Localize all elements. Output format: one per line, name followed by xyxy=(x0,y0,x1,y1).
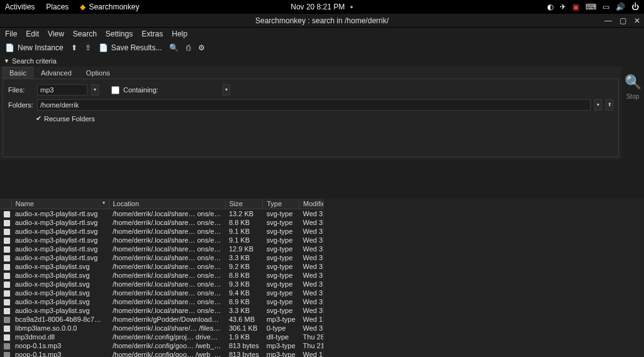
table-row[interactable]: noop-0.1s.mp3/home/derrik/.config/goo… /… xyxy=(0,350,324,357)
tab-options[interactable]: Options xyxy=(79,67,117,79)
col-type[interactable]: Type xyxy=(263,199,299,209)
cell-modified: Wed 17 Nov 2021 01 xyxy=(299,315,324,324)
folders-dropdown[interactable]: ▾ xyxy=(594,99,602,111)
power-icon[interactable]: ⏻ xyxy=(631,3,639,11)
folders-label: Folders: xyxy=(8,101,33,109)
menu-bar: File Edit View Search Settings Extras He… xyxy=(0,28,644,40)
table-row[interactable]: audio-x-mp3-playlist.svg/home/derrik/.lo… xyxy=(0,271,324,280)
cell-location: /home/derrik/.local/share… ons/elementar… xyxy=(109,209,225,219)
cell-location: /home/derrik/.config/goo… /web_accessibl… xyxy=(109,341,225,350)
cell-name: audio-x-mp3-playlist-rtl.svg xyxy=(11,209,109,219)
table-row[interactable]: audio-x-mp3-playlist.svg/home/derrik/.lo… xyxy=(0,306,324,315)
menu-settings[interactable]: Settings xyxy=(106,30,133,38)
stop-search-button[interactable]: Stop xyxy=(626,93,640,100)
gear-icon[interactable]: ⚙ xyxy=(198,43,205,52)
table-row[interactable]: audio-x-mp3-playlist-rtl.svg/home/derrik… xyxy=(0,209,324,219)
window-title: Searchmonkey : search in /home/derrik/ xyxy=(255,16,389,25)
cell-modified: Wed 31 Dec 1969 07 xyxy=(299,227,324,236)
col-modified[interactable]: Modified xyxy=(299,199,324,209)
col-location[interactable]: Location xyxy=(109,199,225,209)
col-size[interactable]: Size xyxy=(225,199,263,209)
table-row[interactable]: audio-x-mp3-playlist.svg/home/derrik/.lo… xyxy=(0,280,324,288)
cell-size: 12.9 KB xyxy=(225,244,263,253)
cell-size: 3.3 KB xyxy=(225,253,263,262)
cell-type: svg-type xyxy=(263,227,299,236)
cell-type: svg-type xyxy=(263,288,299,297)
table-row[interactable]: audio-x-mp3-playlist.svg/home/derrik/.lo… xyxy=(0,297,324,306)
table-row[interactable]: audio-x-mp3-playlist.svg/home/derrik/.lo… xyxy=(0,262,324,271)
cell-name: audio-x-mp3-playlist-rtl.svg xyxy=(11,244,109,253)
search-criteria-header[interactable]: ▼ Search criteria xyxy=(0,55,644,67)
table-row[interactable]: audio-x-mp3-playlist-rtl.svg/home/derrik… xyxy=(0,227,324,236)
cell-modified: Wed 11 Aug 2021 11 xyxy=(299,350,324,357)
table-row[interactable]: audio-x-mp3-playlist-rtl.svg/home/derrik… xyxy=(0,244,324,253)
cell-type: mp3-type xyxy=(263,315,299,324)
cell-size: 9.3 KB xyxy=(225,280,263,288)
menu-view[interactable]: View xyxy=(48,30,64,38)
activities-button[interactable]: Activities xyxy=(5,3,35,11)
cell-type: svg-type xyxy=(263,271,299,280)
close-button[interactable]: ✕ xyxy=(634,16,640,25)
results-pane: Name▾ Location Size Type Modified audio-… xyxy=(0,199,644,357)
cell-name: audio-x-mp3-playlist.svg xyxy=(11,306,109,315)
save-results-button[interactable]: 📄 Save Results... xyxy=(99,43,162,52)
recurse-folders-checkbox[interactable]: Recurse Folders xyxy=(44,115,95,123)
volume-icon[interactable]: 🔊 xyxy=(616,3,625,11)
document-file-icon xyxy=(4,326,10,332)
col-name[interactable]: Name▾ xyxy=(11,199,109,209)
discord-icon[interactable]: ▣ xyxy=(572,3,579,11)
print-icon[interactable]: ⎙ xyxy=(186,43,191,52)
start-search-button[interactable]: 🔍 xyxy=(625,74,641,91)
telegram-icon[interactable]: ✈ xyxy=(560,3,566,11)
import-icon[interactable]: ⬆ xyxy=(71,43,77,52)
menu-extras[interactable]: Extras xyxy=(142,30,163,38)
tab-advanced[interactable]: Advanced xyxy=(34,67,79,79)
music-file-icon xyxy=(4,317,10,323)
cell-type: 0-type xyxy=(263,324,299,332)
cell-type: svg-type xyxy=(263,209,299,219)
tray-icon-1[interactable]: ◐ xyxy=(547,3,553,11)
menu-edit[interactable]: Edit xyxy=(26,30,39,38)
cell-size: 306.1 KB xyxy=(225,324,263,332)
containing-dropdown[interactable]: ▾ xyxy=(223,84,230,96)
keyboard-icon[interactable]: ⌨ xyxy=(586,3,596,11)
files-input[interactable]: mp3 xyxy=(37,84,87,96)
table-row[interactable]: libmp3lame.so.0.0.0/home/derrik/.local/s… xyxy=(0,324,324,332)
table-row[interactable]: noop-0.1s.mp3/home/derrik/.config/goo… /… xyxy=(0,341,324,350)
cell-size: 13.2 KB xyxy=(225,209,263,219)
table-row[interactable]: audio-x-mp3-playlist-rtl.svg/home/derrik… xyxy=(0,236,324,244)
new-instance-button[interactable]: 📄 New Instance xyxy=(5,43,64,52)
document-save-icon: 📄 xyxy=(99,43,108,52)
cell-type: dll-type xyxy=(263,332,299,341)
col-icon[interactable] xyxy=(0,199,11,209)
app-menu[interactable]: ◆ Searchmonkey xyxy=(80,3,139,11)
cell-location: /home/derrik/.local/share/… /files/lib/x… xyxy=(109,324,225,332)
cell-size: 9.4 KB xyxy=(225,288,263,297)
sort-desc-icon: ▾ xyxy=(103,200,105,206)
search-icon[interactable]: 🔍 xyxy=(169,43,179,52)
containing-checkbox[interactable] xyxy=(111,86,119,94)
minimize-button[interactable]: — xyxy=(604,16,612,25)
places-button[interactable]: Places xyxy=(46,3,69,11)
tab-basic[interactable]: Basic xyxy=(3,67,33,79)
network-icon[interactable]: ▭ xyxy=(602,3,609,11)
cell-type: svg-type xyxy=(263,280,299,288)
menu-file[interactable]: File xyxy=(5,30,17,38)
table-row[interactable]: audio-x-mp3-playlist-rtl.svg/home/derrik… xyxy=(0,218,324,227)
maximize-button[interactable]: ▢ xyxy=(619,16,626,25)
table-row[interactable]: audio-x-mp3-playlist-rtl.svg/home/derrik… xyxy=(0,253,324,262)
table-row[interactable]: mp3dmod.dll/home/derrik/.config/proj… dr… xyxy=(0,332,324,341)
files-dropdown[interactable]: ▾ xyxy=(91,84,99,96)
cell-name: audio-x-mp3-playlist.svg xyxy=(11,271,109,280)
table-row[interactable]: audio-x-mp3-playlist.svg/home/derrik/.lo… xyxy=(0,288,324,297)
clock[interactable]: Nov 20 8:21 PM xyxy=(291,3,345,11)
folders-input[interactable]: /home/derrik xyxy=(37,99,591,111)
folders-browse[interactable]: ⬆ xyxy=(606,99,613,111)
table-row[interactable]: bca9a2d1-8006-4b89-8c74-37ffbc17c082.mp3… xyxy=(0,315,324,324)
cell-modified: Wed 31 Dec 1969 07 xyxy=(299,324,324,332)
menu-search[interactable]: Search xyxy=(73,30,97,38)
menu-help[interactable]: Help xyxy=(172,30,187,38)
cell-modified: Wed 31 Dec 1969 07 xyxy=(299,306,324,315)
cell-location: /home/derrik/.local/share… ons/elementar… xyxy=(109,262,225,271)
export-icon[interactable]: ⇪ xyxy=(85,43,91,52)
